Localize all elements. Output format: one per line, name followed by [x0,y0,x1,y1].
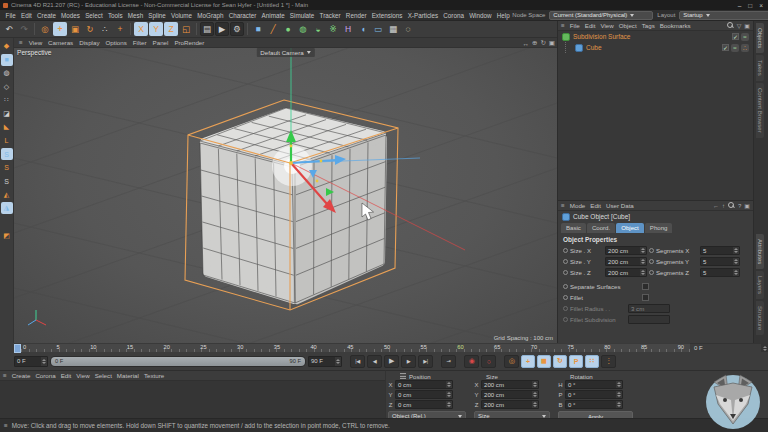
animatable-dot[interactable] [563,270,568,275]
object-row-cube[interactable]: Cube ≈ ∴ [558,42,753,53]
mat-menu-edit[interactable]: Edit [61,372,72,379]
play-button[interactable]: ▶ [384,355,399,368]
edges-mode-button[interactable]: ◪ [1,108,13,120]
menu-file[interactable]: File [3,12,18,19]
camera-label[interactable]: Default Camera [256,48,314,57]
rotation-h-input[interactable]: 0 ° [565,380,623,389]
menu-help[interactable]: Help [494,12,512,19]
vp-menu-view[interactable]: View [29,39,42,46]
animatable-dot[interactable] [649,248,654,253]
key-presets-button[interactable]: ⋮ [601,355,616,368]
vp-menu-cameras[interactable]: Cameras [48,39,73,46]
mat-menu-select[interactable]: Select [95,372,112,379]
convert-editable-button[interactable]: ◆ [1,40,13,52]
prev-frame-button[interactable]: ◀ [367,355,382,368]
attr-menu-userdata[interactable]: User Data [606,202,634,209]
status-menu-icon[interactable]: ≡ [4,422,8,429]
points-mode-button[interactable]: ∷ [1,94,13,106]
locked-workplane-button[interactable]: ◮ [1,202,13,214]
attr-menu-edit[interactable]: Edit [590,202,601,209]
viewport-solo-button[interactable]: ◩ [1,230,13,242]
panel-menu-icon[interactable]: ≡ [561,202,565,209]
playhead[interactable] [14,344,21,353]
menu-tools[interactable]: Tools [105,12,125,19]
range-start-field[interactable]: 0 F [14,356,48,367]
rotate-view-icon[interactable]: ↻ [540,39,545,47]
size-x-input[interactable]: 200 cm [605,246,647,255]
tab-attributes[interactable]: Attributes [756,234,764,269]
model-mode-button[interactable]: ■ [1,54,13,66]
mirror-button[interactable]: ◭ [1,189,13,201]
camera-button[interactable]: ▦ [386,22,400,36]
segments-y-input[interactable]: 5 [700,257,740,266]
undo-button[interactable]: ↶ [2,22,16,36]
next-frame-button[interactable]: ▶ [401,355,416,368]
object-name[interactable]: Subdivision Surface [573,33,630,40]
layout-dropdown[interactable]: Startup [679,11,768,20]
workplane-tool[interactable]: + [113,22,127,36]
autokey-button[interactable]: ○ [481,355,496,368]
mat-menu-corona[interactable]: Corona [35,372,55,379]
panel-menu-icon[interactable]: ≡ [3,372,7,379]
menu-modes[interactable]: Modes [58,12,82,19]
maximize-view-icon[interactable]: ▣ [549,39,555,47]
next-key-button[interactable]: ⇥ [441,355,456,368]
edit-tag-icon[interactable]: ≈ [741,33,749,41]
size-y-input[interactable]: 200 cm [605,257,647,266]
menu-volume[interactable]: Volume [168,12,194,19]
panel-grid-icon[interactable] [400,373,406,379]
edit-tag-icon[interactable]: ≈ [731,44,739,52]
om-menu-edit[interactable]: Edit [585,22,596,29]
goto-end-button[interactable]: ▶| [418,355,433,368]
vp-menu-prorender[interactable]: ProRender [174,39,204,46]
vp-menu-panel[interactable]: Panel [153,39,169,46]
viewport-canvas[interactable]: Perspective Default Camera Grid Spacing … [14,48,557,343]
add-pen-button[interactable]: ╱ [266,22,280,36]
om-menu-bookmarks[interactable]: Bookmarks [660,22,691,29]
size-x-input[interactable]: 200 cm [481,380,539,389]
coordinate-system-toggle[interactable]: ◱ [179,22,193,36]
size-z-input[interactable]: 200 cm [481,400,539,409]
separate-surfaces-checkbox[interactable] [642,283,649,290]
toggle-position-button[interactable]: + [521,355,535,368]
generator-button[interactable]: ◍ [296,22,310,36]
mat-menu-texture[interactable]: Texture [144,372,164,379]
tab-phong[interactable]: Phong [645,223,673,233]
animatable-dot[interactable] [649,270,654,275]
tab-structure[interactable]: Structure [756,301,764,335]
rotation-p-input[interactable]: 0 ° [565,390,623,399]
preview-range-slider[interactable]: 0 F 90 F [50,356,306,367]
tab-basic[interactable]: Basic [561,223,586,233]
om-menu-view[interactable]: View [600,22,613,29]
minimize-button[interactable]: – [738,2,742,9]
panel-menu-icon[interactable]: ≡ [19,39,23,46]
toggle-pla-button[interactable]: ∷ [585,355,599,368]
render-picture-viewer-button[interactable]: ▶ [215,22,229,36]
rotation-b-input[interactable]: 0 ° [565,400,623,409]
size-y-input[interactable]: 200 cm [481,390,539,399]
mat-menu-view[interactable]: View [76,372,89,379]
polygons-mode-button[interactable]: ◣ [1,121,13,133]
zoom-view-icon[interactable]: ⊕ [532,39,537,47]
size-z-input[interactable]: 200 cm [605,268,647,277]
menu-window[interactable]: Window [467,12,495,19]
fillet-checkbox[interactable] [642,294,649,301]
menu-select[interactable]: Select [83,12,106,19]
animatable-dot[interactable] [563,248,568,253]
maximize-button[interactable]: □ [748,2,752,9]
quantize-button[interactable]: S [1,175,13,187]
redo-button[interactable]: ↷ [17,22,31,36]
tab-object[interactable]: Object [616,223,644,233]
up-icon[interactable]: ↑ [722,203,725,209]
goto-start-button[interactable]: |◀ [350,355,365,368]
render-view-button[interactable]: ▤ [200,22,214,36]
axis-mode-button[interactable]: L [1,135,13,147]
vp-menu-display[interactable]: Display [79,39,99,46]
tab-takes[interactable]: Takes [756,55,764,81]
menu-render[interactable]: Render [343,12,369,19]
attr-menu-mode[interactable]: Mode [570,202,585,209]
section-title[interactable]: Object Properties [558,233,753,245]
last-tool-button[interactable]: ∴ [98,22,112,36]
deformer-button[interactable]: H [341,22,355,36]
position-y-input[interactable]: 0 cm [395,390,453,399]
